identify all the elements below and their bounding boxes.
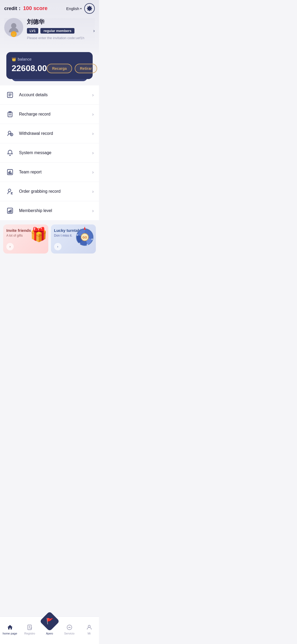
svg-point-28 — [79, 243, 80, 244]
balance-card: 👑 balance 22608.00 Recarga Retirar — [6, 52, 93, 79]
header: credit： 100 score English ▾ — [0, 0, 99, 47]
chevron-right-icon: › — [92, 131, 94, 136]
username: 刘德华 — [27, 18, 95, 26]
menu-item-order-grabbing-record[interactable]: Order grabbing record › — [0, 182, 99, 201]
svg-point-16 — [8, 189, 11, 192]
chevron-right-icon: › — [92, 92, 94, 98]
profile-section: 👑 刘德华 LV1 regular members › Please enter… — [4, 18, 95, 47]
arrow-right-icon: › — [6, 243, 14, 250]
language-label: English — [66, 6, 79, 11]
svg-rect-20 — [7, 208, 13, 213]
svg-point-26 — [91, 238, 93, 240]
bell-icon — [5, 148, 15, 158]
balance-amount: 22608.00 — [12, 63, 47, 73]
menu-label-account-details: Account details — [19, 93, 92, 97]
menu-label-withdrawal-record: Withdrawal record — [19, 131, 92, 136]
svg-text:GO: GO — [82, 236, 87, 239]
menu-label-system-message: System message — [19, 150, 92, 155]
chevron-right-icon: › — [92, 150, 94, 156]
svg-text:R: R — [11, 134, 12, 136]
menu-item-system-message[interactable]: System message › — [0, 143, 99, 163]
menu-label-team-report: Team report — [19, 170, 92, 174]
credit-score: 100 score — [23, 5, 47, 11]
menu-label-recharge-record: Recharge record — [19, 112, 92, 117]
chevron-right-icon: › — [92, 169, 94, 175]
profile-info: 刘德华 LV1 regular members › Please enter t… — [27, 18, 95, 40]
menu-label-membership-level: Membership level — [19, 208, 92, 213]
recarga-button[interactable]: Recarga — [47, 64, 72, 73]
promo-section: Invite friends A lot of gifts › 🎁 Lucky … — [0, 224, 99, 258]
user-orders-icon — [5, 187, 15, 196]
svg-rect-14 — [10, 171, 11, 174]
svg-rect-12 — [7, 169, 13, 175]
svg-marker-32 — [84, 227, 86, 230]
svg-point-9 — [8, 131, 11, 134]
credit-label: credit： — [4, 6, 22, 11]
gear-icon — [87, 6, 92, 11]
badges-row: LV1 regular members › — [27, 28, 95, 34]
turntable-icon: GO — [74, 226, 95, 248]
promo-card-invite-friends[interactable]: Invite friends A lot of gifts › 🎁 — [3, 224, 48, 254]
credit-info: credit： 100 score — [4, 5, 48, 12]
lang-settings: English ▾ — [66, 3, 95, 14]
retirar-button[interactable]: Retirar — [75, 64, 97, 73]
promo-card-lucky-turntable[interactable]: Lucky turntable Don t miss it. › — [51, 224, 96, 254]
level-badge: LV1 — [27, 28, 38, 34]
balance-row: 22608.00 Recarga Retirar — [12, 63, 87, 73]
crown-icon: 👑 — [12, 57, 16, 61]
svg-rect-15 — [11, 173, 12, 174]
balance-actions: Recarga Retirar — [47, 64, 97, 73]
chevron-right-icon: › — [92, 112, 94, 117]
list-icon — [5, 90, 15, 100]
svg-rect-23 — [11, 210, 12, 212]
svg-rect-13 — [8, 172, 9, 174]
avatar-wrap: 👑 — [4, 18, 23, 37]
svg-rect-21 — [8, 211, 9, 212]
withdrawal-icon: R — [5, 129, 15, 138]
svg-rect-22 — [10, 210, 11, 212]
menu-item-recharge-record[interactable]: Recharge record › — [0, 105, 99, 124]
membership-icon — [5, 206, 15, 215]
clipboard-icon — [5, 109, 15, 119]
menu-label-order-grabbing-record: Order grabbing record — [19, 189, 92, 194]
svg-point-29 — [77, 234, 78, 236]
menu-list: Account details › Recharge record › R Wi… — [0, 85, 99, 220]
svg-point-27 — [87, 244, 88, 246]
chevron-right-icon: › — [92, 208, 94, 214]
language-button[interactable]: English ▾ — [66, 6, 82, 11]
balance-text: balance — [18, 57, 32, 61]
member-badge: regular members — [40, 28, 75, 34]
crown-badge: 👑 — [11, 31, 17, 37]
gift-icon: 🎁 — [30, 227, 47, 243]
menu-item-withdrawal-record[interactable]: R Withdrawal record › — [0, 124, 99, 143]
settings-button[interactable] — [84, 3, 95, 14]
arrow-right-icon: › — [54, 243, 62, 250]
balance-label: 👑 balance — [12, 57, 87, 61]
menu-item-account-details[interactable]: Account details › — [0, 85, 99, 105]
chevron-right-icon: › — [93, 28, 95, 34]
chevron-down-icon: ▾ — [80, 7, 82, 10]
invitation-text: Please enter the invitation code:uef1h — [27, 36, 95, 40]
top-bar: credit： 100 score English ▾ — [4, 3, 95, 14]
menu-item-team-report[interactable]: Team report › — [0, 163, 99, 182]
menu-item-membership-level[interactable]: Membership level › — [0, 201, 99, 220]
chevron-right-icon: › — [92, 189, 94, 194]
bar-chart-icon — [5, 167, 15, 177]
